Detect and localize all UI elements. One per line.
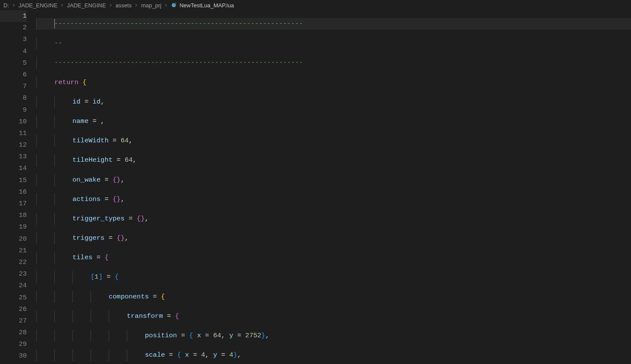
line-number: 15 bbox=[0, 175, 27, 186]
identifier: scale bbox=[145, 351, 165, 359]
chevron-right-icon bbox=[12, 3, 16, 7]
code-line[interactable]: ----------------------------------------… bbox=[36, 57, 631, 69]
line-number: 21 bbox=[0, 245, 27, 257]
code-line[interactable]: name = , bbox=[36, 116, 631, 127]
identifier: trigger_types bbox=[72, 215, 125, 223]
line-gutter: 1 2 3 4 5 6 7 8 9 10 11 12 13 14 15 16 1… bbox=[0, 10, 36, 364]
svg-point-1 bbox=[175, 3, 176, 5]
breadcrumb-segment[interactable]: assets bbox=[116, 2, 132, 9]
number: 4 bbox=[201, 351, 205, 359]
code-line[interactable]: -- bbox=[36, 38, 631, 49]
line-number: 24 bbox=[0, 280, 27, 292]
line-number: 23 bbox=[0, 268, 27, 280]
identifier: name bbox=[72, 117, 88, 125]
line-number: 22 bbox=[0, 257, 27, 268]
line-number: 5 bbox=[0, 57, 27, 69]
identifier: tiles bbox=[72, 254, 93, 261]
comment-text: ----------------------------------------… bbox=[54, 20, 303, 28]
line-number: 12 bbox=[0, 139, 27, 151]
identifier: id bbox=[72, 98, 81, 106]
line-number: 19 bbox=[0, 221, 27, 233]
line-number: 27 bbox=[0, 315, 27, 327]
identifier: on_wake bbox=[72, 176, 100, 184]
line-number: 9 bbox=[0, 104, 27, 116]
keyword: return bbox=[54, 78, 78, 86]
code-line[interactable]: tiles = { bbox=[36, 252, 631, 264]
identifier: id bbox=[93, 98, 101, 106]
code-area[interactable]: ----------------------------------------… bbox=[36, 10, 631, 364]
code-editor[interactable]: 1 2 3 4 5 6 7 8 9 10 11 12 13 14 15 16 1… bbox=[0, 10, 631, 364]
chevron-right-icon bbox=[134, 3, 138, 7]
line-number: 11 bbox=[0, 128, 27, 139]
code-line[interactable]: [1] = { bbox=[36, 271, 631, 283]
line-number: 17 bbox=[0, 198, 27, 210]
line-number: 29 bbox=[0, 339, 27, 350]
line-number: 4 bbox=[0, 46, 27, 57]
line-number: 10 bbox=[0, 116, 27, 128]
code-line[interactable]: tileWidth = 64, bbox=[36, 135, 631, 147]
line-number: 16 bbox=[0, 186, 27, 198]
breadcrumb-segment[interactable]: JADE_ENGINE bbox=[19, 2, 57, 9]
breadcrumb-filename[interactable]: NewTestLua_MAP.lua bbox=[179, 2, 234, 9]
identifier: position bbox=[145, 332, 177, 339]
line-number: 25 bbox=[0, 292, 27, 304]
line-number: 6 bbox=[0, 69, 27, 81]
line-number: 2 bbox=[0, 22, 27, 34]
identifier: tileHeight bbox=[72, 156, 113, 164]
number: 64 bbox=[125, 156, 133, 164]
number: 1 bbox=[94, 273, 98, 281]
line-number: 28 bbox=[0, 327, 27, 339]
number: 4 bbox=[229, 351, 233, 359]
lua-file-icon bbox=[171, 2, 177, 8]
line-number: 1 bbox=[0, 10, 27, 22]
line-number: 8 bbox=[0, 92, 27, 104]
line-number: 14 bbox=[0, 163, 27, 174]
number: 64 bbox=[121, 137, 129, 144]
breadcrumb[interactable]: D: JADE_ENGINE JADE_ENGINE assets map_pr… bbox=[0, 0, 631, 10]
line-number: 26 bbox=[0, 304, 27, 315]
chevron-right-icon bbox=[60, 3, 64, 7]
code-line[interactable]: triggers = {}, bbox=[36, 232, 631, 244]
line-number: 13 bbox=[0, 151, 27, 163]
identifier: components bbox=[109, 293, 149, 301]
identifier: x bbox=[185, 351, 189, 359]
identifier: actions bbox=[72, 195, 100, 203]
comment-text: -- bbox=[54, 39, 63, 47]
identifier: triggers bbox=[72, 234, 104, 242]
breadcrumb-drive[interactable]: D: bbox=[3, 2, 9, 9]
comment-text: ----------------------------------------… bbox=[54, 59, 303, 66]
identifier: x bbox=[197, 332, 201, 339]
code-line[interactable]: tileHeight = 64, bbox=[36, 154, 631, 166]
line-number: 18 bbox=[0, 210, 27, 221]
identifier: y bbox=[229, 332, 233, 339]
chevron-right-icon bbox=[109, 3, 113, 7]
breadcrumb-segment[interactable]: JADE_ENGINE bbox=[67, 2, 106, 9]
code-line[interactable]: id = id, bbox=[36, 96, 631, 108]
code-line[interactable]: return { bbox=[36, 77, 631, 88]
code-line[interactable]: actions = {}, bbox=[36, 194, 631, 205]
code-line[interactable]: scale = { x = 4, y = 4}, bbox=[36, 349, 631, 361]
number: 64 bbox=[213, 332, 221, 339]
line-number: 30 bbox=[0, 350, 27, 362]
identifier: y bbox=[213, 351, 217, 359]
chevron-right-icon bbox=[164, 3, 168, 7]
code-line[interactable]: components = { bbox=[36, 291, 631, 303]
code-line[interactable]: on_wake = {}, bbox=[36, 174, 631, 186]
code-line[interactable]: transform = { bbox=[36, 311, 631, 322]
line-number: 3 bbox=[0, 34, 27, 45]
identifier: transform bbox=[127, 312, 163, 320]
number: 2752 bbox=[245, 332, 261, 339]
line-number: 7 bbox=[0, 81, 27, 92]
identifier: tileWidth bbox=[72, 137, 109, 144]
code-line[interactable]: ----------------------------------------… bbox=[36, 18, 631, 30]
code-line[interactable]: trigger_types = {}, bbox=[36, 213, 631, 225]
breadcrumb-segment[interactable]: map_prj bbox=[141, 2, 161, 9]
code-line[interactable]: position = { x = 64, y = 2752}, bbox=[36, 330, 631, 342]
line-number: 20 bbox=[0, 233, 27, 245]
